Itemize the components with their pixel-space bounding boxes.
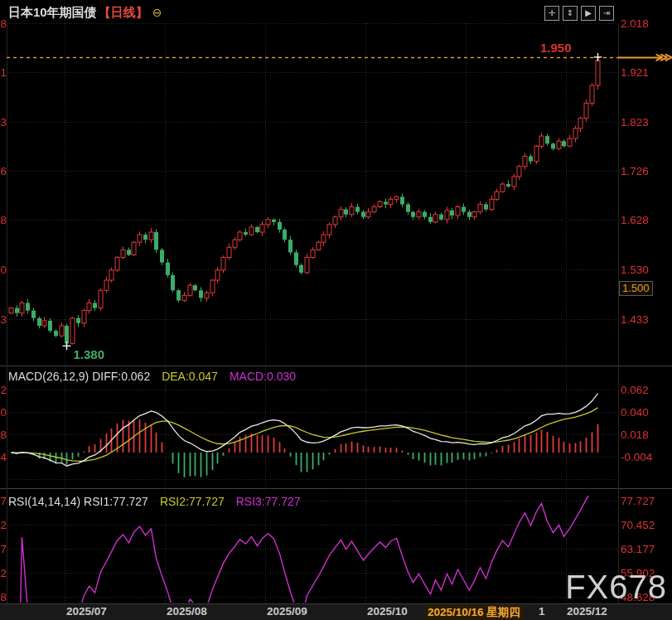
period-label: 【日线】	[99, 5, 148, 19]
instrument-title: 日本10年期国债【日线】⊖	[8, 5, 162, 21]
axis-tick-label-clipped: 2.018	[0, 17, 7, 30]
axis-tick-label: -0.004	[621, 451, 652, 463]
partial-month-label: 1	[539, 605, 545, 618]
axis-tick-label-clipped: 77.727	[0, 495, 7, 507]
macd-macd-value: MACD:0.030	[230, 370, 296, 383]
axis-tick-label: 0.062	[621, 384, 649, 396]
go-to-latest-icon[interactable]: ⇥	[599, 6, 614, 21]
axis-tick-label: 1.628	[621, 214, 649, 226]
axis-tick-label-clipped: 0.062	[0, 384, 7, 396]
axis-tick-label: 1.823	[621, 116, 649, 128]
month-label: 2025/12	[567, 605, 607, 618]
month-label: 2025/08	[167, 605, 207, 618]
macd-title: MACD(26,12,9) DIFF:0.062	[8, 370, 150, 383]
axis-tick-label-clipped: 0.018	[0, 429, 7, 441]
crosshair-date-label: 2025/10/16 星期四	[424, 605, 524, 620]
macd-indicator-row: MACD(26,12,9) DIFF:0.062DEA:0.047MACD:0.…	[8, 370, 296, 383]
rsi-indicator-row: RSI(14,14,14) RSI1:77.727RSI2:77.727RSI3…	[8, 495, 301, 508]
axis-tick-label-clipped: 1.433	[0, 313, 7, 326]
axis-tick-label: 77.727	[621, 495, 655, 507]
chart-app: 日本10年期国债【日线】⊖ ✛⇕▶⇥ 2.0182.0181.9211.9211…	[0, 0, 672, 620]
high-price-label: 1.950	[540, 41, 572, 55]
axis-tick-label-clipped: 63.177	[0, 543, 7, 555]
axis-tick-label-clipped: 1.628	[0, 214, 7, 226]
playback-icon[interactable]: ▶	[581, 6, 596, 21]
move-tool-icon[interactable]: ✛	[544, 6, 559, 21]
month-label: 2025/10	[367, 605, 408, 618]
chart-toolbar: ✛⇕▶⇥	[544, 6, 614, 21]
month-label: 2025/07	[66, 605, 107, 618]
axis-tick-label: 1.921	[621, 66, 649, 79]
axis-tick-label: 0.018	[621, 429, 649, 441]
axis-tick-label-clipped: 1.530	[0, 264, 7, 276]
fx678-watermark: FX678	[565, 569, 667, 606]
current-price-arrow: ⋙	[655, 50, 671, 65]
macd-dea-value: DEA:0.047	[162, 370, 218, 383]
instrument-name: 日本10年期国债	[8, 5, 97, 19]
chart-canvas[interactable]	[0, 0, 672, 620]
rsi3-value: RSI3:77.727	[236, 495, 301, 508]
price-level-label: 1.500	[619, 281, 653, 296]
axis-tick-label: 63.177	[621, 543, 655, 555]
axis-tick-label: 2.018	[621, 17, 649, 30]
axis-tick-label: 70.452	[621, 519, 655, 531]
collapse-icon[interactable]: ⊖	[152, 6, 162, 19]
axis-tick-label-clipped: 70.452	[0, 519, 7, 531]
axis-tick-label-clipped: -0.004	[0, 451, 7, 463]
axis-tick-label-clipped: 1.823	[0, 116, 7, 128]
axis-tick-label-clipped: 0.040	[0, 406, 7, 419]
axis-tick-label: 0.040	[621, 406, 649, 419]
axis-tick-label: 1.726	[621, 165, 649, 177]
axis-tick-label: 1.530	[621, 264, 649, 276]
axis-tick-label-clipped: 1.726	[0, 165, 7, 177]
axis-tick-label-clipped: 1.921	[0, 66, 7, 79]
rsi2-value: RSI2:77.727	[160, 495, 225, 508]
month-label: 2025/09	[267, 605, 307, 618]
axis-scale-icon[interactable]: ⇕	[563, 6, 578, 21]
axis-tick-label: 1.433	[621, 313, 649, 326]
axis-tick-label-clipped: 48.628	[0, 591, 7, 603]
rsi-title: RSI(14,14,14) RSI1:77.727	[8, 495, 148, 508]
low-price-label: 1.380	[74, 347, 105, 361]
axis-tick-label-clipped: 55.902	[0, 567, 7, 579]
